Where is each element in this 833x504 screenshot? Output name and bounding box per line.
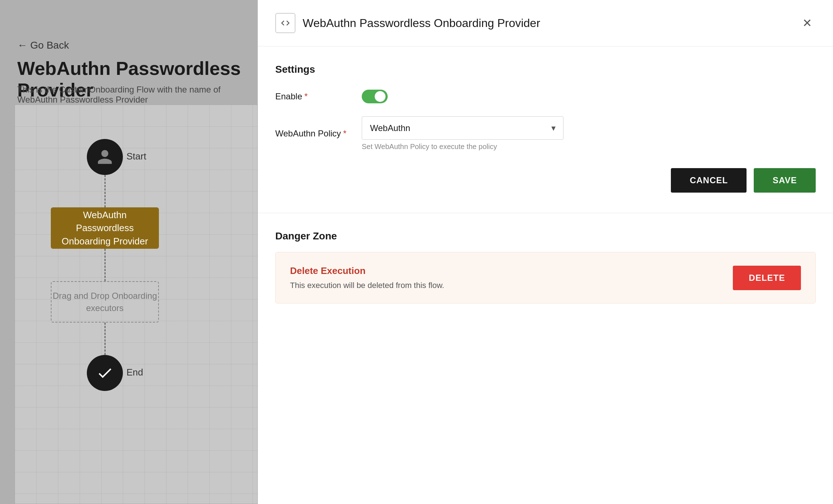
- action-buttons: CANCEL SAVE: [275, 164, 816, 195]
- policy-required: *: [343, 129, 346, 139]
- danger-zone-section: Danger Zone Delete Execution This execut…: [258, 213, 833, 321]
- danger-box: Delete Execution This execution will be …: [275, 252, 816, 303]
- end-label: End: [126, 367, 143, 378]
- delete-execution-description: This execution will be deleted from this…: [290, 281, 444, 290]
- connector-3: [104, 323, 106, 355]
- toggle-slider: [362, 90, 388, 103]
- enable-required: *: [304, 91, 308, 102]
- end-node: [87, 355, 123, 391]
- drop-node-text: Drag and Drop Onboarding executors: [53, 290, 157, 314]
- close-button[interactable]: ✕: [798, 14, 816, 32]
- connector-1: [104, 175, 106, 207]
- save-button[interactable]: SAVE: [754, 168, 816, 193]
- settings-section: Settings Enable * WebAuthn Policy *: [258, 46, 833, 213]
- enable-row: Enable *: [275, 90, 816, 103]
- page-subtitle: This is the CustomOnboarding Flow with t…: [17, 85, 258, 105]
- start-label: Start: [126, 151, 146, 162]
- back-arrow-icon: ←: [17, 40, 27, 51]
- cancel-button[interactable]: CANCEL: [671, 168, 747, 193]
- connector-2: [104, 249, 106, 281]
- settings-panel: WebAuthn Passwordless Onboarding Provide…: [258, 0, 833, 504]
- panel-header: WebAuthn Passwordless Onboarding Provide…: [258, 0, 833, 46]
- checkmark-icon: [96, 364, 113, 382]
- settings-section-title: Settings: [275, 64, 816, 75]
- go-back-label: Go Back: [30, 40, 69, 51]
- delete-button[interactable]: DELETE: [733, 266, 801, 290]
- flow-diagram: Start WebAuthn Passwordless Onboarding P…: [14, 104, 258, 504]
- code-icon: [280, 18, 290, 28]
- main-node-text: WebAuthn Passwordless Onboarding Provide…: [55, 208, 155, 248]
- start-node: [87, 139, 123, 175]
- policy-help-text: Set WebAuthn Policy to execute the polic…: [362, 143, 564, 151]
- danger-box-content: Delete Execution This execution will be …: [290, 265, 444, 290]
- flow-canvas-panel: ← Go Back WebAuthn Passwordless Provider…: [0, 0, 258, 504]
- policy-dropdown[interactable]: WebAuthn: [362, 116, 564, 140]
- danger-zone-title: Danger Zone: [275, 230, 816, 242]
- enable-label: Enable *: [275, 91, 347, 102]
- person-icon: [96, 148, 113, 166]
- enable-toggle-wrapper: [362, 90, 388, 103]
- code-icon-button[interactable]: [275, 13, 295, 33]
- drop-zone-node[interactable]: Drag and Drop Onboarding executors: [51, 281, 159, 323]
- enable-toggle[interactable]: [362, 90, 388, 103]
- policy-label: WebAuthn Policy *: [275, 129, 347, 139]
- main-flow-node[interactable]: WebAuthn Passwordless Onboarding Provide…: [51, 207, 159, 249]
- delete-execution-title: Delete Execution: [290, 265, 444, 276]
- go-back-link[interactable]: ← Go Back: [17, 40, 69, 51]
- policy-row: WebAuthn Policy * WebAuthn ▼ Set WebAuth…: [275, 116, 816, 151]
- panel-title: WebAuthn Passwordless Onboarding Provide…: [303, 17, 791, 30]
- policy-dropdown-wrapper: WebAuthn ▼: [362, 116, 564, 140]
